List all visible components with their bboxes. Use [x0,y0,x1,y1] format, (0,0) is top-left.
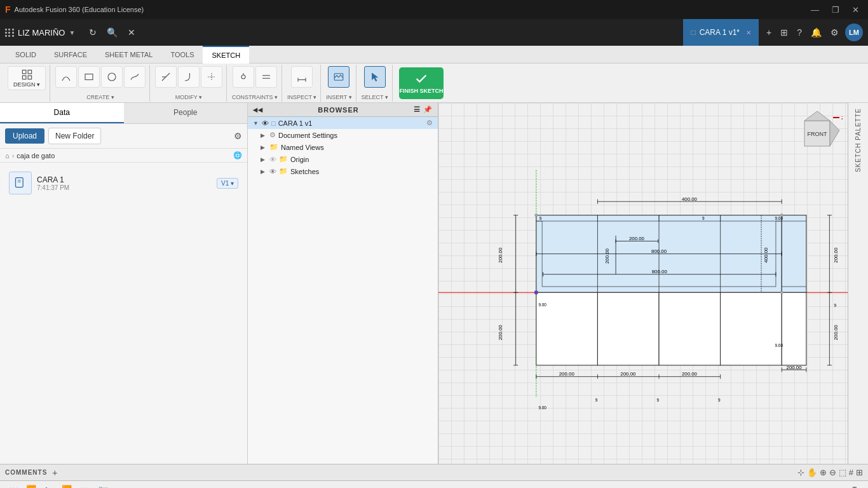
breadcrumb-folder[interactable]: caja de gato [17,152,55,159]
tab-data[interactable]: Data [0,103,124,123]
play-last-button[interactable]: ⏭ [78,483,92,489]
svg-rect-0 [22,70,26,74]
titlebar-controls: — ❐ ✕ [807,4,863,16]
fillet-tool[interactable] [178,66,200,88]
dimension-tool[interactable] [291,66,313,88]
grid-icon[interactable]: # [849,468,853,477]
new-tab-icon[interactable]: + [764,25,774,40]
select-tool[interactable] [364,66,386,88]
svg-text:9.00: 9.00 [538,302,546,307]
breadcrumb: ⌂ › caja de gato 🌐 [0,149,247,163]
spline-tool[interactable] [124,66,146,88]
move-icon[interactable]: ⊹ [797,468,804,477]
view-cube[interactable]: FRONT Z [792,108,843,161]
search-icon[interactable]: 🔍 [103,25,121,40]
create-label: CREATE ▾ [86,94,114,100]
notification-icon[interactable]: 🔔 [808,25,824,40]
finish-sketch-button[interactable]: FINISH SKETCH [399,67,444,99]
browser-item-origin[interactable]: ▶ 👁 📁 Origin [248,153,438,165]
more-icon[interactable]: ⊞ [856,468,863,477]
insert-image-tool[interactable] [328,66,349,88]
play-first-button[interactable]: ⏮ [6,483,20,489]
grid-icon[interactable] [5,29,14,37]
component-icon: □ [271,119,276,127]
file-version[interactable]: V1 ▾ [217,178,238,189]
zoom-out-icon[interactable]: ⊖ [829,468,836,477]
zoom-fit-icon[interactable]: ⊕ [820,468,827,477]
arc-tool[interactable] [55,66,77,88]
play-prev-button[interactable]: ⏪ [24,483,38,489]
browser-item-named-views[interactable]: ▶ 📁 Named Views [248,141,438,153]
tab-people[interactable]: People [124,103,248,123]
rectangle-tool[interactable] [78,66,100,88]
circle-tool[interactable] [101,66,123,88]
panel-settings-icon[interactable]: ⚙ [234,131,242,141]
palette-label[interactable]: SKETCH PALETTE [855,108,862,172]
tab-sketch[interactable]: SKETCH [203,46,249,64]
svg-text:9: 9 [718,398,721,402]
tab-surface[interactable]: SURFACE [45,46,96,64]
user-avatar[interactable]: LM [845,24,863,41]
sketch-canvas[interactable]: FRONT Z [438,103,848,464]
visibility-icon[interactable]: 👁 [269,168,276,175]
maximize-button[interactable]: ❐ [828,4,843,16]
browser-item-label: Sketches [290,168,319,175]
user-name[interactable]: LIZ MARIÑO [18,28,65,37]
browser-item-sketches[interactable]: ▶ 👁 📁 Sketches [248,165,438,177]
playback-settings-icon[interactable]: ⚙ [848,483,862,489]
breadcrumb-settings-icon[interactable]: 🌐 [233,151,242,159]
tab-tools[interactable]: TOOLS [161,46,203,64]
new-folder-button[interactable]: New Folder [48,128,101,144]
pan-icon[interactable]: ✋ [807,468,817,477]
svg-text:200.00: 200.00 [498,325,503,341]
minimize-button[interactable]: — [807,4,823,16]
svg-rect-28 [597,292,659,365]
folder-icon: 📁 [269,143,278,151]
coincident-constraint[interactable] [233,66,254,88]
design-button[interactable]: DESIGN ▾ [8,66,46,90]
tab-sheet-metal[interactable]: SHEET METAL [96,46,161,64]
select-label: SELECT ▾ [362,94,388,100]
visibility-icon[interactable]: 👁 [269,156,276,163]
document-icon: □ [691,28,695,37]
offset-tool[interactable] [201,66,222,88]
active-document-tab[interactable]: □ CARA 1 v1* ✕ [683,19,759,46]
tab-close-icon[interactable]: ✕ [746,29,751,36]
arrow-icon: ▶ [261,144,267,151]
close-panel-icon[interactable]: ✕ [124,25,139,40]
settings-cog-icon[interactable]: ⚙ [828,25,841,40]
close-button[interactable]: ✕ [848,4,863,16]
browser-menu-icon[interactable]: ☰ [414,105,421,114]
file-item[interactable]: CARA 1 7:41:37 PM V1 ▾ [5,168,242,198]
topbar-quick-actions: ↻ 🔍 ✕ [85,25,139,40]
visibility-icon[interactable]: 👁 [262,119,269,127]
play-button[interactable]: ▶ [42,483,56,489]
file-date: 7:41:37 PM [37,184,212,191]
equal-constraint[interactable] [255,66,277,88]
svg-text:200.00: 200.00 [787,365,803,370]
app-logo-section: LIZ MARIÑO ▼ [5,28,75,37]
svg-marker-19 [804,111,830,121]
browser-pin-icon[interactable]: 📌 [423,105,433,114]
create-section: CREATE ▾ [51,65,150,102]
trim-tool[interactable] [155,66,177,88]
svg-point-5 [108,73,116,81]
display-mode-icon[interactable]: ⬚ [839,468,846,477]
gear-icon[interactable]: ⚙ [426,119,433,127]
help-icon[interactable]: ? [794,25,804,40]
refresh-icon[interactable]: ↻ [85,25,100,40]
breadcrumb-home-icon[interactable]: ⌂ [5,152,10,159]
add-comment-icon[interactable]: + [52,468,57,478]
collapse-icon[interactable]: ◀◀ [253,107,263,113]
browser-item-root[interactable]: ▼ 👁 □ CARA 1 v1 ⚙ [248,117,438,129]
sketch-drawing: 400.00 800.00 200.00 200.00 200.00 [438,103,848,464]
tab-solid[interactable]: SOLID [6,46,45,64]
upload-button[interactable]: Upload [5,128,44,144]
folder-icon: 📁 [279,167,288,175]
apps-grid-icon[interactable]: ⊞ [778,25,790,40]
capture-icon[interactable]: 📷 [98,485,109,489]
play-next-button[interactable]: ⏩ [60,483,74,489]
canvas-area[interactable]: ◀◀ BROWSER ☰ 📌 ▼ 👁 □ CARA 1 v1 ⚙ ▶ ⚙ Doc… [248,103,868,464]
user-dropdown-icon[interactable]: ▼ [69,29,75,36]
browser-item-doc-settings[interactable]: ▶ ⚙ Document Settings [248,129,438,141]
